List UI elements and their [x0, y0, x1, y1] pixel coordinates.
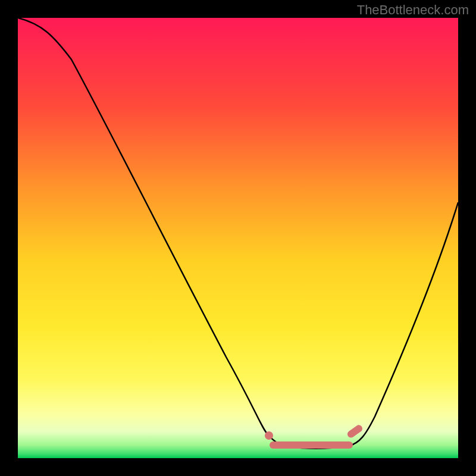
- highlight-range-bar: [270, 441, 353, 449]
- highlight-start-dot: [265, 431, 273, 440]
- watermark-text: TheBottleneck.com: [357, 2, 469, 18]
- chart-plot-area: [18, 18, 458, 458]
- bottleneck-curve: [18, 18, 458, 458]
